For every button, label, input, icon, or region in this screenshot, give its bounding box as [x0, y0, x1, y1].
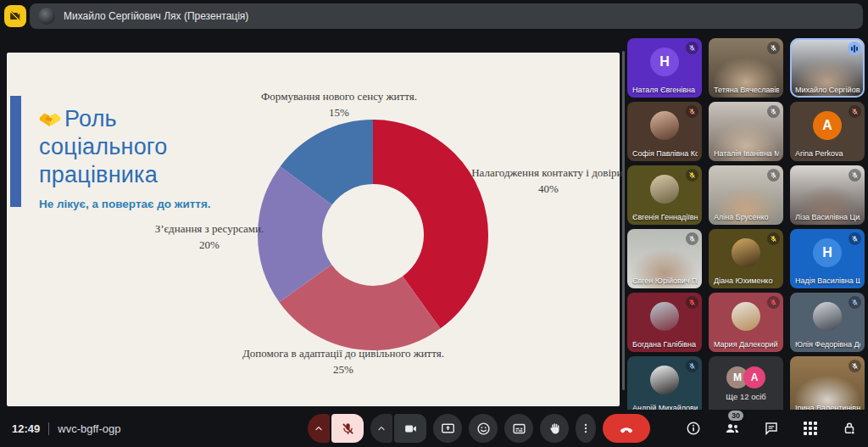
activities-grid-icon: [804, 422, 817, 435]
participant-tile[interactable]: AArina Perkova: [790, 102, 865, 161]
participant-tile[interactable]: HНаталя Євгенівна Н...: [627, 38, 702, 98]
mic-muted-badge: [849, 360, 861, 372]
chat-button[interactable]: [761, 418, 782, 439]
presenter-avatar: [38, 8, 55, 25]
photo-avatar: [813, 302, 842, 331]
chart-label-resources: З’єднання з ресурсами. 20%: [125, 222, 294, 253]
end-call-button[interactable]: [603, 414, 650, 443]
mic-muted-badge: [686, 105, 698, 118]
end-call-icon: [618, 420, 635, 437]
more-vert-icon: [580, 422, 592, 435]
mic-off-icon: [770, 108, 777, 115]
letter-avatar: A: [813, 111, 842, 140]
letter-avatar: A: [743, 366, 765, 388]
camera-off-warning-icon[interactable]: [4, 5, 26, 27]
mic-off-icon: [688, 299, 696, 306]
participant-name: Arina Perkova: [795, 149, 860, 158]
participant-tile[interactable]: Юлія Федорівна Де...: [790, 293, 865, 352]
participant-tile[interactable]: Михайло Сергійови...: [790, 38, 865, 98]
present-screen-icon: [441, 422, 455, 436]
chart-label-new-sense: Формування нового сенсу життя. 15%: [246, 90, 432, 120]
reactions-button[interactable]: [469, 414, 498, 443]
mic-off-icon: [688, 108, 696, 115]
meeting-code: wvc-bgff-ogp: [48, 422, 120, 435]
participant-name: Наталія Іванівна Ме...: [714, 149, 779, 158]
participant-tile[interactable]: Богдана Галібівна З...: [627, 293, 702, 352]
camera-button[interactable]: [394, 414, 426, 443]
participants-grid: HНаталя Євгенівна Н...Тетяна Вячеславівн…: [627, 38, 865, 416]
mic-options-chevron[interactable]: [308, 414, 330, 443]
mic-off-icon: [851, 235, 859, 243]
participant-tile[interactable]: Андрій Михайлович...: [627, 356, 702, 416]
people-button[interactable]: 30: [722, 418, 743, 439]
mic-off-icon: [688, 171, 696, 179]
camera-options-chevron[interactable]: [370, 414, 392, 443]
mic-button[interactable]: [331, 414, 364, 443]
participant-tile[interactable]: Софія Павлівна Ков...: [627, 102, 702, 161]
participant-tile[interactable]: Діана Юхименко: [709, 229, 783, 288]
photo-avatar: [732, 238, 760, 267]
overflow-avatars: MA: [709, 366, 783, 388]
letter-avatar: H: [813, 238, 842, 267]
status-controls: 30: [683, 410, 860, 447]
present-button[interactable]: [433, 414, 462, 443]
info-button[interactable]: [683, 418, 704, 439]
participant-name: Тетяна Вячеславівн...: [714, 86, 779, 94]
mic-off-icon: [341, 422, 355, 436]
more-options-button[interactable]: [576, 414, 596, 443]
mic-off-icon: [688, 362, 696, 370]
mic-off-icon: [851, 299, 859, 306]
mic-off-icon: [770, 235, 777, 243]
slide-accent-bar: [10, 96, 21, 207]
activities-button[interactable]: [800, 418, 821, 439]
mic-off-icon: [688, 235, 696, 243]
more-participants-tile[interactable]: MAЩе 12 осіб: [709, 356, 783, 416]
participant-tile[interactable]: HНадія Василівна Ше...: [790, 229, 865, 288]
mic-muted-badge: [767, 105, 780, 118]
participant-tile[interactable]: Євгенія Геннадіївна...: [627, 165, 702, 225]
participant-name: Аліна Брусенко: [714, 213, 779, 221]
slide-subtitle: Не лікує, а повертає до життя.: [39, 198, 213, 210]
participant-tile[interactable]: Ліза Василівна Цил...: [790, 165, 865, 225]
chat-icon: [764, 421, 779, 436]
chart-label-contact-trust: Налагодження контакту і довіри. 40%: [454, 166, 643, 197]
participant-name: Юлія Федорівна Де...: [795, 340, 860, 349]
participant-tile[interactable]: Євген Юрійович Пл...: [627, 229, 702, 288]
participant-name: Мария Далекорий: [714, 340, 779, 349]
mic-control-group: [308, 414, 364, 443]
captions-button[interactable]: [504, 414, 533, 443]
mic-muted-badge: [686, 360, 698, 372]
bottom-bar: 12:49 wvc-bgff-ogp: [0, 410, 868, 447]
mic-muted-badge: [767, 232, 780, 245]
top-bar: Михайло Сергійович Лях (Презентація): [0, 0, 868, 34]
mic-muted-badge: [849, 296, 861, 309]
photo-avatar: [650, 111, 679, 140]
audio-level-icon: [848, 42, 861, 55]
camera-control-group: [370, 414, 426, 443]
participant-tile[interactable]: Мария Далекорий: [709, 293, 783, 352]
participant-name: Надія Василівна Ше...: [795, 277, 860, 285]
mic-muted-badge: [849, 105, 861, 118]
participant-tile[interactable]: Аліна Брусенко: [709, 165, 783, 225]
mic-muted-badge: [849, 169, 861, 182]
handshake-emoji-icon: [39, 107, 61, 126]
chevron-up-icon: [376, 423, 387, 433]
slide-title: Роль соціального працівника: [39, 105, 213, 189]
photo-avatar: [650, 366, 679, 394]
chevron-up-icon: [314, 423, 324, 433]
host-controls-button[interactable]: [839, 418, 860, 439]
participants-scrollbar[interactable]: [622, 51, 625, 390]
participant-tile[interactable]: Тетяна Вячеславівн...: [709, 38, 783, 98]
presentation-slide: Роль соціального працівника Не лікує, а …: [7, 53, 620, 406]
raise-hand-icon: [548, 422, 562, 436]
photo-avatar: [650, 302, 679, 331]
raise-hand-button[interactable]: [540, 414, 569, 443]
participant-name: Михайло Сергійови...: [795, 86, 860, 94]
participant-tile[interactable]: Наталія Іванівна Ме...: [709, 102, 783, 161]
participant-name: Діана Юхименко: [714, 277, 779, 285]
participant-tile[interactable]: Ірина Валентинівн...: [790, 356, 865, 416]
mic-muted-badge: [767, 42, 780, 54]
presentation-strip[interactable]: Михайло Сергійович Лях (Презентація): [30, 3, 863, 29]
meeting-meta: 12:49 wvc-bgff-ogp: [12, 410, 120, 447]
lock-icon: [842, 421, 857, 436]
